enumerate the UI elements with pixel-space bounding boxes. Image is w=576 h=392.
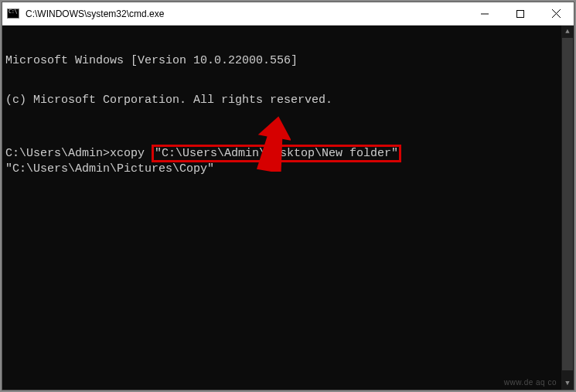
svg-rect-1 [517,10,524,17]
banner-line-2: (c) Microsoft Corporation. All rights re… [5,94,571,107]
window-title: C:\WINDOWS\system32\cmd.exe [24,9,467,19]
close-icon [552,9,561,18]
vertical-scrollbar[interactable]: ▲ ▼ [561,26,574,390]
window-controls [467,2,574,25]
titlebar[interactable]: C:\WINDOWS\system32\cmd.exe [2,2,574,26]
scrollbar-thumb[interactable] [562,38,573,370]
command-line: C:\Users\Admin>xcopy "C:\Users\Admin\Des… [5,145,571,176]
cmd-icon [7,9,19,19]
minimize-button[interactable] [467,2,503,25]
scroll-up-icon[interactable]: ▲ [561,26,574,38]
window-icon-slot [2,2,24,26]
watermark-text: www.de aq co [504,378,557,387]
command-name: xcopy [110,147,152,160]
source-path: "C:\Users\Admin\Desktop\New folder" [155,147,398,160]
prompt-text: C:\Users\Admin> [5,147,110,160]
maximize-button[interactable] [503,2,538,25]
banner-line-1: Microsoft Windows [Version 10.0.22000.55… [5,54,571,67]
scroll-down-icon[interactable]: ▼ [561,377,574,390]
cmd-window: C:\WINDOWS\system32\cmd.exe Microsoft Wi… [2,2,574,390]
terminal-area[interactable]: Microsoft Windows [Version 10.0.22000.55… [2,26,574,390]
maximize-icon [516,10,524,18]
source-path-highlight: "C:\Users\Admin\Desktop\New folder" [152,145,401,162]
minimize-icon [481,10,489,18]
close-button[interactable] [538,2,574,25]
